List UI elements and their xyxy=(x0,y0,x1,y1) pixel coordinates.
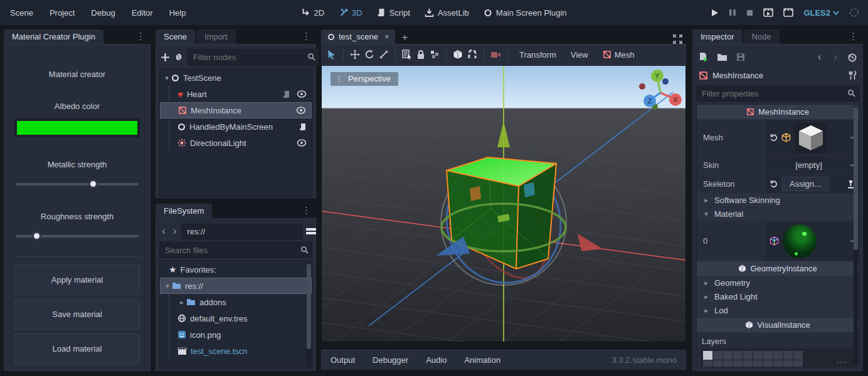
stop-button[interactable] xyxy=(746,9,753,16)
history-back-button[interactable]: ‹ xyxy=(159,225,168,238)
section-geometry[interactable]: ▸ Geometry xyxy=(697,276,859,290)
favorites-row[interactable]: ★ Favorites: xyxy=(160,261,312,278)
skeleton-assign-button[interactable]: Assign... xyxy=(781,177,829,191)
mode-3d-button[interactable]: 3D xyxy=(339,8,363,18)
new-scene-tab-button[interactable]: + xyxy=(401,31,408,44)
tab-inspector[interactable]: Inspector xyxy=(692,29,742,44)
collapse-icon[interactable]: ▾ xyxy=(162,74,171,82)
res-root-row[interactable]: ▾ res:// xyxy=(160,278,312,294)
mode-main-screen-plugin-button[interactable]: Main Screen Plugin xyxy=(484,8,567,18)
tab-scene[interactable]: Scene xyxy=(156,29,195,44)
apply-material-button[interactable]: Apply material xyxy=(14,264,140,295)
script-icon[interactable] xyxy=(283,90,290,98)
history-back-button[interactable]: ‹ xyxy=(815,51,824,63)
skin-property-value[interactable]: [empty] › xyxy=(766,156,859,174)
save-material-button[interactable]: Save material xyxy=(14,299,140,330)
move-tool-button[interactable] xyxy=(350,50,360,60)
add-node-button[interactable] xyxy=(161,53,170,62)
metallic-slider-grabber[interactable] xyxy=(88,179,98,189)
tree-row-testscene[interactable]: ▾ TestScene xyxy=(160,70,312,86)
load-resource-button[interactable] xyxy=(717,53,728,61)
play-custom-scene-button[interactable] xyxy=(783,8,793,17)
3d-viewport[interactable]: Y X Z ⋮ Perspective xyxy=(321,65,686,342)
tab-material-creator-plugin[interactable]: Material Creator Plugin xyxy=(4,29,103,44)
transform-menu-button[interactable]: Transform xyxy=(514,50,561,60)
pause-button[interactable] xyxy=(729,9,736,16)
save-resource-button[interactable] xyxy=(736,53,745,61)
filesystem-scrollbar[interactable] xyxy=(307,263,311,367)
tree-row-meshinstance[interactable]: MeshInstance xyxy=(160,102,312,118)
display-mode-toggle-icon[interactable] xyxy=(305,227,317,236)
expand-icon[interactable]: ▸ xyxy=(177,298,186,306)
mode-script-button[interactable]: Script xyxy=(378,8,410,18)
mesh-preview-thumbnail[interactable] xyxy=(795,123,827,153)
icon-png-row[interactable]: icon.png xyxy=(160,326,312,343)
tab-test-scene[interactable]: test_scene × xyxy=(321,29,395,44)
collapse-icon[interactable]: ▾ xyxy=(163,282,172,290)
play-scene-button[interactable] xyxy=(763,8,773,17)
inspector-scrollbar[interactable] xyxy=(854,106,858,365)
tab-import[interactable]: Import xyxy=(196,29,236,44)
tree-row-heart[interactable]: ♥ Heart xyxy=(160,86,312,102)
visibility-eye-icon[interactable] xyxy=(297,139,307,147)
filter-nodes-input[interactable] xyxy=(188,49,319,65)
default-env-row[interactable]: default_env.tres xyxy=(160,310,312,326)
new-resource-button[interactable] xyxy=(699,52,708,62)
revert-icon[interactable] xyxy=(770,133,778,142)
perspective-menu-button[interactable]: ⋮ Perspective xyxy=(331,72,398,86)
mesh-property-value[interactable]: › xyxy=(766,120,859,155)
instance-scene-button[interactable] xyxy=(174,52,184,62)
close-tab-icon[interactable]: × xyxy=(384,32,389,41)
current-path-field[interactable] xyxy=(181,224,303,239)
local-space-toggle-button[interactable] xyxy=(453,50,463,60)
filesystem-menu-icon[interactable]: ⋮ xyxy=(297,203,316,218)
load-material-button[interactable]: Load material xyxy=(14,333,140,364)
scale-tool-button[interactable] xyxy=(379,50,389,60)
roughness-slider-grabber[interactable] xyxy=(32,231,41,241)
select-tool-button[interactable] xyxy=(327,50,337,60)
menu-project[interactable]: Project xyxy=(50,8,75,18)
distraction-free-icon[interactable] xyxy=(673,34,682,44)
tab-filesystem[interactable]: FileSystem xyxy=(156,204,212,218)
tree-row-handledbymainscreen[interactable]: HandledByMainScreen xyxy=(160,118,312,135)
material-0-value[interactable]: › xyxy=(766,221,859,261)
revert-icon[interactable] xyxy=(770,180,778,188)
section-baked-light[interactable]: ▸ Baked Light xyxy=(697,290,859,304)
history-forward-button[interactable]: › xyxy=(171,225,179,238)
play-button[interactable] xyxy=(711,9,719,17)
material-preview-sphere[interactable] xyxy=(783,224,817,258)
layers-more-button[interactable]: ... xyxy=(837,355,852,365)
test-scene-file-row[interactable]: test_scene.tscn xyxy=(160,343,312,359)
metallic-strength-slider[interactable] xyxy=(16,183,139,185)
history-forward-button[interactable]: › xyxy=(831,51,840,63)
layer-checkboxes[interactable] xyxy=(703,351,803,367)
inspector-menu-icon[interactable]: ⋮ xyxy=(844,29,863,44)
menu-scene[interactable]: Scene xyxy=(10,8,33,18)
scene-dock-menu-icon[interactable]: ⋮ xyxy=(297,29,316,44)
search-files-input[interactable] xyxy=(159,242,312,258)
mode-2d-button[interactable]: 2D xyxy=(301,8,324,18)
lock-selected-button[interactable] xyxy=(416,50,425,60)
menu-help[interactable]: Help xyxy=(169,8,186,18)
animation-panel-button[interactable]: Animation xyxy=(464,355,500,365)
list-select-tool-button[interactable] xyxy=(402,50,412,60)
tools-icon[interactable] xyxy=(849,71,857,80)
debugger-panel-button[interactable]: Debugger xyxy=(373,355,408,365)
addons-row[interactable]: ▸ addons xyxy=(160,294,312,310)
menu-debug[interactable]: Debug xyxy=(91,8,115,18)
left-dock-menu-icon[interactable]: ⋮ xyxy=(131,29,151,44)
visibility-eye-icon[interactable] xyxy=(297,90,307,98)
section-material[interactable]: ▾ Material xyxy=(697,207,859,221)
history-icon[interactable] xyxy=(847,53,857,62)
layer-1-cell[interactable] xyxy=(703,351,712,360)
albedo-color-swatch[interactable] xyxy=(17,121,137,135)
audio-panel-button[interactable]: Audio xyxy=(426,355,447,365)
filter-properties-input[interactable] xyxy=(696,85,859,102)
visibility-eye-icon[interactable] xyxy=(296,107,306,114)
output-panel-button[interactable]: Output xyxy=(331,355,355,365)
albedo-color-picker[interactable] xyxy=(14,118,140,137)
renderer-select[interactable]: GLES2 xyxy=(803,8,839,18)
snap-toggle-button[interactable] xyxy=(467,50,477,60)
tree-row-directionallight[interactable]: DirectionalLight xyxy=(160,135,312,151)
menu-editor[interactable]: Editor xyxy=(132,8,153,18)
